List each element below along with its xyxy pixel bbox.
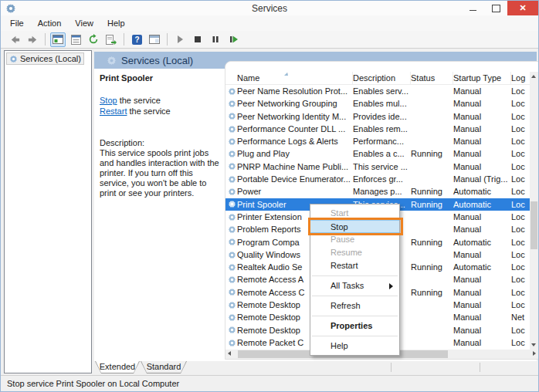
tree-item-label: Services (Local)	[20, 54, 81, 63]
forward-arrow-icon[interactable]	[25, 32, 40, 47]
services-gear-icon	[9, 55, 18, 63]
scroll-up-icon[interactable]	[531, 75, 536, 78]
menu-item-label: Start	[331, 208, 348, 218]
context-menu-item-start: Start	[310, 207, 399, 220]
table-row[interactable]: Portable Device Enumerator...Enforces gr…	[225, 173, 531, 185]
service-log-cell: Loc	[511, 273, 531, 286]
service-startup-cell: Manual	[453, 211, 511, 223]
vertical-scrollbar[interactable]	[530, 72, 538, 350]
tab-standard[interactable]: Standard	[141, 361, 187, 373]
service-gear-icon	[225, 225, 237, 234]
properties-icon[interactable]	[68, 32, 83, 47]
context-menu-item-refresh[interactable]: Refresh	[310, 299, 399, 313]
refresh-icon[interactable]	[86, 32, 101, 47]
service-gear-icon	[225, 326, 237, 334]
service-description-cell: This service ...	[353, 161, 411, 173]
service-description-cell: Enforces gr...	[353, 173, 411, 185]
service-startup-cell: Manual	[453, 324, 511, 336]
context-menu-item-resume: Resume	[310, 246, 399, 259]
maximize-button[interactable]	[484, 1, 507, 15]
vertical-scroll-thumb[interactable]	[531, 201, 537, 249]
view-tab-strip: Extended Standard	[94, 361, 539, 373]
service-gear-icon	[225, 200, 237, 208]
service-description-cell: Manages p...	[353, 185, 411, 198]
service-log-cell: Loc	[511, 211, 531, 223]
menu-file[interactable]: File	[10, 19, 24, 28]
submenu-arrow-icon	[389, 283, 393, 289]
table-row[interactable]: Peer Networking Identity M...Provides id…	[225, 110, 531, 123]
table-row[interactable]: Peer Name Resolution Prot...Enables serv…	[225, 85, 531, 97]
service-gear-icon	[225, 175, 237, 184]
minimize-button[interactable]	[461, 1, 484, 15]
status-text: Stop service Print Spooler on Local Comp…	[7, 379, 179, 388]
pane-title: Services (Local)	[121, 55, 193, 66]
export-list-icon[interactable]	[103, 32, 119, 47]
svg-text:?: ?	[134, 35, 139, 44]
pause-service-icon[interactable]	[208, 32, 223, 47]
service-name-cell: Peer Networking Identity M...	[237, 110, 353, 123]
service-name-cell: Portable Device Enumerator...	[237, 173, 353, 185]
show-action-pane-icon[interactable]	[147, 32, 162, 47]
show-console-tree-icon[interactable]	[50, 32, 66, 47]
close-button[interactable]: ✕	[507, 1, 538, 15]
service-name-cell: Performance Counter DLL ...	[237, 123, 353, 135]
column-header-name[interactable]: Name	[225, 72, 353, 84]
table-row[interactable]: Peer Networking GroupingEnables mul...Ma…	[225, 97, 531, 110]
service-gear-icon	[225, 301, 237, 309]
context-menu-item-stop[interactable]: Stop	[310, 220, 399, 233]
column-header-status[interactable]: Status	[411, 72, 453, 84]
service-startup-cell: Automatic	[453, 185, 511, 198]
stop-service-icon[interactable]	[190, 32, 205, 47]
service-description-cell: Performanc...	[353, 135, 411, 147]
service-startup-cell: Automatic	[453, 236, 511, 248]
service-startup-cell: Manual	[453, 85, 511, 97]
menu-action[interactable]: Action	[38, 19, 62, 28]
column-header-startup-type[interactable]: Startup Type	[453, 72, 511, 84]
stop-service-link[interactable]: Stop	[100, 96, 117, 105]
service-description-cell: Enables serv...	[353, 85, 411, 97]
service-status-cell: Running	[411, 236, 453, 248]
back-arrow-icon[interactable]	[7, 32, 22, 47]
menu-view[interactable]: View	[75, 19, 93, 28]
service-log-cell: Loc	[511, 299, 531, 311]
service-log-cell: Loc	[511, 223, 531, 235]
context-menu-item-all-tasks[interactable]: All Tasks	[310, 279, 399, 292]
context-menu-item-pause: Pause	[310, 233, 399, 246]
scroll-left-icon[interactable]	[228, 351, 231, 356]
tab-extended[interactable]: Extended	[95, 361, 140, 373]
services-gear-icon	[107, 56, 117, 66]
start-service-icon[interactable]	[172, 32, 188, 47]
toolbar-separator	[45, 33, 46, 46]
service-gear-icon	[225, 125, 237, 133]
scroll-down-icon[interactable]	[531, 343, 536, 346]
tree-item-services-local[interactable]: Services (Local)	[6, 52, 84, 65]
context-menu-item-restart[interactable]: Restart	[310, 259, 399, 272]
restart-service-link[interactable]: Restart	[100, 106, 127, 116]
service-startup-cell: Manual	[453, 273, 511, 286]
service-startup-cell: Manual (Trig...	[453, 173, 511, 185]
service-startup-cell: Automatic	[453, 198, 511, 211]
restart-service-icon[interactable]	[225, 32, 241, 47]
service-gear-icon	[225, 188, 237, 196]
table-row[interactable]: PowerManages p...RunningAutomaticLoc	[225, 185, 531, 198]
context-menu-item-help[interactable]: Help	[310, 340, 399, 353]
scroll-right-icon[interactable]	[533, 351, 536, 356]
service-log-cell: Loc	[511, 261, 531, 273]
service-log-cell: Loc	[511, 97, 531, 110]
list-header: Name Description Status Startup Type Log	[225, 72, 531, 85]
menu-item-label: Properties	[331, 321, 372, 330]
column-header-description[interactable]: Description	[353, 72, 411, 84]
service-gear-icon	[225, 162, 237, 171]
window-title: Services	[1, 3, 538, 14]
service-status-cell: Running	[411, 198, 453, 211]
table-row[interactable]: PNRP Machine Name Publi...This service .…	[225, 161, 531, 173]
menu-help[interactable]: Help	[107, 19, 125, 28]
table-row[interactable]: Plug and PlayEnables a c...RunningManual…	[225, 147, 531, 160]
service-gear-icon	[225, 313, 237, 322]
service-gear-icon	[225, 251, 237, 259]
table-row[interactable]: Performance Logs & AlertsPerformanc...Ma…	[225, 135, 531, 147]
column-header-log[interactable]: Log	[511, 72, 531, 84]
context-menu-item-properties[interactable]: Properties	[310, 319, 399, 333]
help-icon[interactable]: ?	[129, 32, 144, 47]
table-row[interactable]: Performance Counter DLL ...Enables rem..…	[225, 123, 531, 135]
